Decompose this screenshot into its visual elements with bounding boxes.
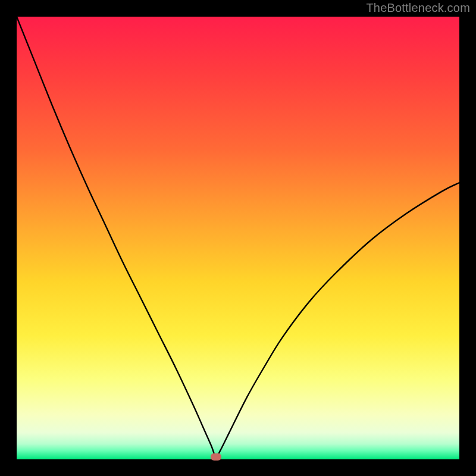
bottleneck-curve xyxy=(17,17,459,457)
chart-frame: TheBottleneck.com xyxy=(0,0,476,476)
curve-layer xyxy=(17,17,459,459)
min-marker-icon xyxy=(211,453,221,461)
watermark-text: TheBottleneck.com xyxy=(366,1,470,15)
